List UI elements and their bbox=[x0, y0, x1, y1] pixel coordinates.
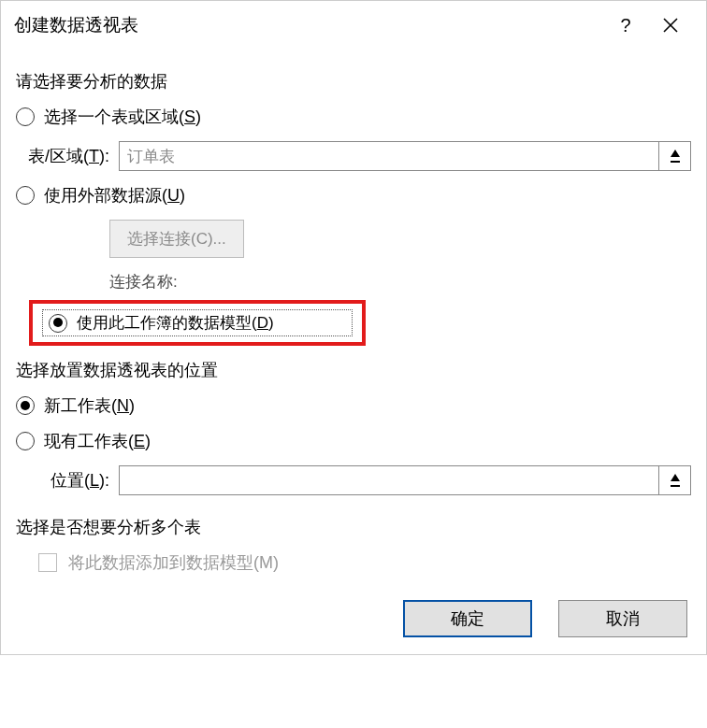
svg-marker-3 bbox=[671, 150, 680, 157]
table-range-row: 表/区域(T): bbox=[16, 141, 691, 171]
add-to-model-label: 将此数据添加到数据模型(M) bbox=[68, 551, 279, 574]
create-pivot-dialog: 创建数据透视表 ? 请选择要分析的数据 选择一个表或区域(S) 表/区域(T): bbox=[0, 0, 707, 655]
radio-data-model-label: 使用此工作簿的数据模型(D) bbox=[77, 312, 274, 334]
radio-external[interactable] bbox=[16, 186, 35, 205]
svg-marker-5 bbox=[671, 474, 680, 481]
radio-new-sheet-row[interactable]: 新工作表(N) bbox=[16, 394, 691, 417]
location-input[interactable] bbox=[119, 465, 659, 495]
dialog-button-row: 确定 取消 bbox=[1, 591, 706, 654]
radio-new-sheet-label: 新工作表(N) bbox=[44, 394, 135, 417]
help-button[interactable]: ? bbox=[603, 15, 648, 36]
titlebar: 创建数据透视表 ? bbox=[1, 1, 706, 50]
section-multi-header: 选择是否想要分析多个表 bbox=[16, 516, 691, 538]
table-range-label: 表/区域(T): bbox=[16, 145, 109, 167]
connection-name-label: 连接名称: bbox=[109, 271, 691, 293]
radio-new-sheet[interactable] bbox=[16, 396, 35, 415]
choose-connection-button: 选择连接(C)... bbox=[109, 220, 244, 258]
dialog-body: 请选择要分析的数据 选择一个表或区域(S) 表/区域(T): 使用外部数据源(U… bbox=[1, 50, 706, 574]
section-placement-header: 选择放置数据透视表的位置 bbox=[16, 359, 691, 381]
cancel-button[interactable]: 取消 bbox=[558, 600, 687, 637]
add-to-model-row: 将此数据添加到数据模型(M) bbox=[38, 551, 691, 574]
highlight-annotation: 使用此工作簿的数据模型(D) bbox=[29, 300, 366, 346]
ok-button[interactable]: 确定 bbox=[403, 600, 532, 637]
table-range-input[interactable] bbox=[119, 141, 659, 171]
close-button[interactable] bbox=[648, 17, 693, 34]
radio-existing-sheet-row[interactable]: 现有工作表(E) bbox=[16, 430, 691, 452]
radio-data-model-row[interactable]: 使用此工作簿的数据模型(D) bbox=[42, 309, 353, 336]
section-choose-data-header: 请选择要分析的数据 bbox=[16, 70, 691, 93]
location-label: 位置(L): bbox=[16, 469, 109, 492]
close-icon bbox=[662, 17, 679, 34]
add-to-model-checkbox bbox=[38, 553, 57, 572]
radio-select-range-row[interactable]: 选择一个表或区域(S) bbox=[16, 106, 691, 128]
radio-select-range-label: 选择一个表或区域(S) bbox=[44, 106, 201, 128]
dialog-title: 创建数据透视表 bbox=[14, 13, 603, 37]
radio-external-label: 使用外部数据源(U) bbox=[44, 184, 185, 207]
radio-data-model[interactable] bbox=[49, 314, 67, 333]
collapse-dialog-button[interactable] bbox=[659, 141, 691, 171]
collapse-dialog-button-location[interactable] bbox=[659, 465, 691, 495]
radio-external-row[interactable]: 使用外部数据源(U) bbox=[16, 184, 691, 207]
radio-existing-sheet-label: 现有工作表(E) bbox=[44, 430, 151, 452]
range-picker-icon bbox=[668, 472, 683, 489]
range-picker-icon bbox=[668, 148, 683, 164]
location-row: 位置(L): bbox=[16, 465, 691, 495]
radio-select-range[interactable] bbox=[16, 107, 35, 126]
radio-existing-sheet[interactable] bbox=[16, 432, 35, 450]
